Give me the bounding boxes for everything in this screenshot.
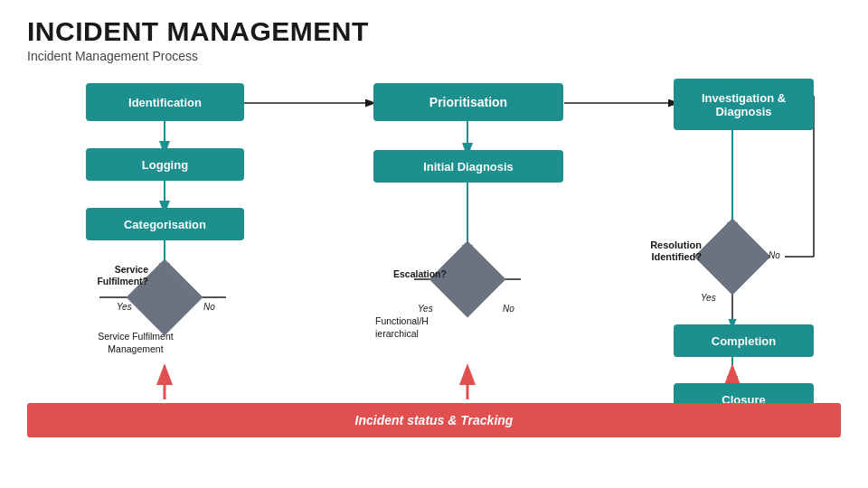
res-yes-label: Yes	[701, 293, 716, 303]
diagram-area: Identification Logging Categorisation Se…	[27, 76, 841, 437]
tracking-label: Incident status & Tracking	[355, 413, 514, 427]
functional-label: Functional/Hierarchical	[375, 315, 448, 340]
sf-no-label: No	[203, 302, 215, 312]
categorisation-box: Categorisation	[86, 208, 244, 240]
logging-box: Logging	[86, 148, 244, 181]
service-fulfilment-label: ServiceFulfilment?	[94, 264, 148, 286]
resolution-label: ResolutionIdentified?	[586, 239, 702, 263]
res-no-label: No	[769, 250, 780, 260]
initial-diagnosis-box: Initial Diagnosis	[373, 150, 563, 183]
esc-no-label: No	[503, 304, 514, 314]
investigation-box: Investigation & Diagnosis	[674, 79, 814, 130]
subtitle: Incident Management Process	[27, 49, 841, 63]
resolution-diamond	[703, 230, 761, 284]
identification-box: Identification	[86, 83, 244, 121]
esc-yes-label: Yes	[418, 304, 433, 314]
escalation-diamond-shape	[429, 241, 506, 318]
prioritisation-box: Prioritisation	[373, 83, 563, 121]
main-title: INCIDENT MANAGEMENT	[27, 16, 841, 47]
tracking-bar: Incident status & Tracking	[27, 403, 841, 437]
escalation-label: Escalation?	[393, 268, 440, 280]
resolution-diamond-shape	[694, 219, 771, 296]
page: INCIDENT MANAGEMENT Incident Management …	[0, 0, 868, 488]
escalation-diamond	[439, 252, 496, 306]
service-mgmt-label: Service FulfilmentManagement	[81, 331, 190, 355]
sf-yes-label: Yes	[117, 302, 132, 312]
completion-box: Completion	[674, 324, 814, 357]
